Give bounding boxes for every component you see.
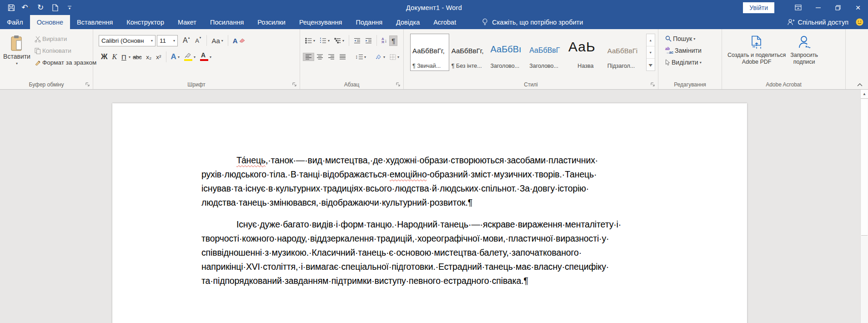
font-color-button[interactable]: А ▾ — [198, 51, 214, 63]
replace-button[interactable]: ab→ac Замінити — [663, 45, 719, 56]
new-document-button[interactable] — [49, 2, 61, 14]
group-label-styles: Стилі — [404, 81, 658, 88]
style-no-spacing[interactable]: АаБбВвГг, ¶ Без інте... — [449, 34, 488, 71]
tab-references[interactable]: Посилання — [203, 15, 251, 29]
cut-button[interactable]: Вирізати — [33, 35, 98, 43]
clipboard-dialog-launcher[interactable] — [85, 82, 90, 87]
change-case-button[interactable]: Aa▾ — [209, 35, 225, 46]
select-button[interactable]: Виділити ▾ — [663, 57, 719, 67]
tab-layout[interactable]: Макет — [171, 15, 203, 29]
styles-more-button[interactable]: ▬▼ — [647, 59, 655, 71]
ribbon-display-options-button[interactable] — [788, 0, 808, 15]
underline-button[interactable]: П — [119, 52, 129, 62]
share-button[interactable]: Спільний доступ — [787, 19, 848, 26]
text-line: та·підпорядкований·завданням·підтримки·в… — [201, 274, 698, 288]
format-painter-button[interactable]: Формат за зразком — [33, 58, 98, 67]
align-center-button[interactable] — [314, 53, 326, 61]
create-share-adobe-pdf-button[interactable]: Создать и поделитьсяAdobe PDF — [728, 34, 786, 80]
group-label-paragraph: Абзац — [300, 81, 403, 88]
tab-home[interactable]: Основне — [30, 15, 70, 29]
style-heading1[interactable]: АаБбВı Заголово... — [488, 34, 527, 71]
subscript-button[interactable]: x₂ — [144, 52, 154, 62]
chevron-down-icon: ▾ — [700, 61, 702, 65]
scrollbar-thumb[interactable] — [861, 99, 868, 236]
undo-button[interactable]: ↶▾ — [20, 2, 32, 14]
styles-scroll-down-button[interactable]: ▼ — [647, 46, 655, 59]
tab-help[interactable]: Довідка — [389, 15, 426, 29]
ribbon-tab-row: Файл Основне Вставлення Конструктор Маке… — [0, 15, 868, 29]
sign-in-button[interactable]: Увійти — [743, 2, 774, 13]
close-button[interactable]: × — [848, 0, 868, 15]
lightbulb-icon — [482, 18, 488, 26]
group-label-font: Шрифт — [93, 81, 300, 88]
highlight-button[interactable]: ▾ — [182, 51, 198, 63]
document-page[interactable]: Та́нець,·танок·—·вид·мистецтва,·де·худож… — [112, 103, 747, 323]
restore-button[interactable] — [828, 0, 848, 15]
tab-design[interactable]: Конструктор — [120, 15, 171, 29]
style-preview: АаБбВвГі — [607, 36, 637, 55]
style-subtitle[interactable]: АаБбВвГі Підзагол... — [605, 34, 644, 71]
restore-icon — [835, 5, 841, 10]
tab-file[interactable]: Файл — [0, 15, 30, 29]
increase-indent-button[interactable] — [363, 36, 374, 45]
tab-view[interactable]: Подання — [349, 15, 389, 29]
tab-acrobat[interactable]: Acrobat — [426, 15, 463, 29]
tab-review[interactable]: Рецензування — [292, 15, 349, 29]
sort-button[interactable]: АЯ↓ — [379, 36, 389, 45]
document-text[interactable]: Та́нець,·танок·—·вид·мистецтва,·де·худож… — [201, 153, 698, 288]
scroll-up-arrow-icon: ▲ — [863, 92, 866, 96]
redo-button[interactable]: ↻ — [35, 2, 46, 14]
copy-button[interactable]: Копіювати — [33, 46, 98, 55]
justify-button[interactable] — [337, 53, 348, 61]
align-left-button[interactable] — [303, 53, 314, 61]
paragraph-dialog-launcher[interactable] — [396, 82, 401, 87]
shading-button[interactable]: ▾ — [373, 53, 387, 61]
paste-button[interactable]: Вставити ▾ — [3, 34, 31, 80]
decrease-indent-icon — [354, 38, 361, 44]
font-name-combo[interactable]: Calibri (Основн▾ — [99, 35, 156, 46]
ribbon: Вставити ▾ Вирізати Копіювати Формат за … — [0, 29, 868, 90]
font-size-combo[interactable]: 11▾ — [157, 35, 178, 46]
italic-button[interactable]: К — [110, 51, 119, 62]
pilcrow-icon: ¶ — [391, 37, 395, 45]
tab-insert[interactable]: Вставлення — [70, 15, 120, 29]
group-font: Calibri (Основн▾ 11▾ А▴ А▾ Aa▾ А Ж К П ▾… — [93, 29, 300, 89]
create-pdf-label-line2: Adobe PDF — [742, 59, 772, 65]
shrink-font-button[interactable]: А▾ — [193, 36, 204, 45]
styles-scroll-up-button[interactable]: ▲ — [647, 34, 655, 46]
show-formatting-marks-button[interactable]: ¶ — [389, 35, 397, 46]
decrease-indent-button[interactable] — [351, 36, 363, 45]
grow-font-button[interactable]: А▴ — [181, 35, 193, 46]
collapse-ribbon-button[interactable] — [857, 83, 863, 86]
share-person-icon — [787, 19, 795, 25]
bold-button[interactable]: Ж — [99, 51, 110, 62]
feedback-smiley-button[interactable] — [856, 18, 863, 26]
strikethrough-button[interactable]: abc — [130, 52, 144, 62]
save-button[interactable] — [5, 2, 17, 14]
multilevel-list-button[interactable]: ▾ — [332, 36, 346, 45]
line-spacing-icon: ↕ — [355, 54, 363, 60]
find-button[interactable]: Пошук ▾ — [663, 34, 719, 44]
numbering-button[interactable]: ▾ — [317, 36, 332, 45]
vertical-scrollbar[interactable]: ▲ — [860, 90, 868, 323]
align-right-button[interactable] — [326, 53, 337, 61]
title-bar: ↶▾ ↻ ▾ Документ1 - Word Увійти × — [0, 0, 868, 15]
font-name-value: Calibri (Основн — [101, 37, 149, 44]
tell-me-box[interactable]: Скажіть, що потрібно зробити — [482, 15, 583, 29]
request-signatures-button[interactable]: Запроситьподписи — [790, 34, 818, 80]
tab-mailings[interactable]: Розсилки — [251, 15, 292, 29]
line-spacing-button[interactable]: ↕ ▾ — [353, 52, 368, 61]
minimize-button[interactable] — [808, 0, 828, 15]
style-title[interactable]: АаЬ Назва — [566, 34, 605, 71]
font-dialog-launcher[interactable] — [292, 82, 297, 87]
superscript-button[interactable]: x² — [154, 52, 163, 62]
styles-dialog-launcher[interactable] — [650, 82, 656, 87]
text-effects-button[interactable]: А▾ — [169, 51, 182, 63]
style-heading2[interactable]: АаБбВвГ Заголово... — [527, 34, 566, 71]
style-normal[interactable]: АаБбВвГг, ¶ Звичай... — [410, 34, 449, 71]
scroll-up-button[interactable]: ▲ — [861, 90, 868, 99]
borders-button[interactable]: ▾ — [387, 53, 401, 61]
qat-customize-button[interactable]: ▾ — [64, 2, 75, 14]
clear-formatting-button[interactable]: А — [231, 35, 247, 46]
bullets-button[interactable]: ▾ — [303, 36, 317, 45]
